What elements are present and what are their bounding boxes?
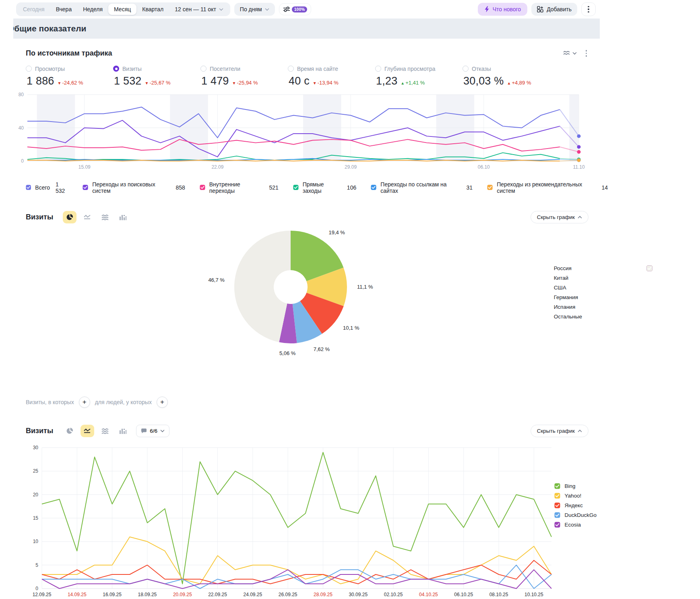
metric-value: 1 886 bbox=[27, 75, 54, 87]
legend-item[interactable]: Прямые заходы106 bbox=[293, 181, 356, 194]
metric-time-on-site[interactable]: Время на сайте 40 с▼-13,94 % bbox=[288, 66, 375, 87]
chart-type-pie-button[interactable] bbox=[63, 211, 76, 223]
visits-donut-svg: 19,4 %11,1 %10,1 %7,62 %5,06 %46,7 % bbox=[93, 226, 495, 367]
legend-item[interactable]: Переходы из рекомендательных систем14 bbox=[487, 181, 608, 194]
svg-text:40: 40 bbox=[19, 125, 24, 130]
donut-legend: РоссияКитайСШАГерманияИспанияОстальные bbox=[554, 265, 582, 320]
legend-value: 106 bbox=[347, 184, 356, 191]
legend-item[interactable]: Переходы из поисковых систем858 bbox=[83, 181, 185, 194]
chart-type-line-button[interactable] bbox=[81, 211, 94, 223]
metric-visitors[interactable]: Посетители 1 479▼-25,94 % bbox=[200, 66, 288, 87]
metric-visits[interactable]: Визиты 1 532▼-25,67 % bbox=[113, 66, 200, 87]
legend-item[interactable]: Ecosia bbox=[554, 522, 597, 528]
legend-label: Ecosia bbox=[564, 522, 581, 528]
checkbox-icon[interactable] bbox=[26, 184, 31, 190]
chart-type-line-button[interactable] bbox=[81, 425, 94, 437]
add-button[interactable]: Добавить bbox=[531, 3, 577, 16]
trend-arrow-icon: ▼ bbox=[145, 81, 149, 85]
metric-depth[interactable]: Глубина просмотра 1,23▲+1,41 % bbox=[375, 66, 463, 87]
legend-item[interactable]: Переходы по ссылкам на сайтах31 bbox=[371, 181, 473, 194]
svg-text:22.09.25: 22.09.25 bbox=[208, 592, 227, 597]
radio-icon[interactable] bbox=[200, 66, 206, 72]
page-title-band: Общие показатели bbox=[13, 19, 600, 39]
chart-type-area-button[interactable] bbox=[98, 425, 112, 437]
sampling-settings-button[interactable]: 100% bbox=[279, 3, 312, 15]
metric-bounces[interactable]: Отказы 30,03 %▲+4,89 % bbox=[463, 66, 550, 87]
radio-icon[interactable] bbox=[463, 66, 469, 72]
legend-value: 31 bbox=[467, 184, 473, 191]
svg-text:22.09: 22.09 bbox=[211, 164, 223, 170]
checkbox-icon[interactable] bbox=[554, 502, 560, 508]
metric-change: -13,94 % bbox=[318, 80, 339, 86]
svg-text:15.09: 15.09 bbox=[78, 164, 91, 170]
annotations-dropdown[interactable]: 6/6 bbox=[136, 425, 169, 437]
hide-chart-button[interactable]: Скрыть график bbox=[531, 211, 588, 223]
traffic-kebab-menu[interactable] bbox=[584, 48, 589, 58]
checkbox-icon[interactable] bbox=[200, 184, 205, 190]
legend-label: Внутренние переходы bbox=[209, 181, 264, 194]
legend-item[interactable]: Россия bbox=[554, 265, 582, 271]
chart-type-columns-button[interactable] bbox=[116, 425, 130, 437]
legend-item[interactable]: Yahoo! bbox=[554, 493, 597, 499]
legend-item[interactable]: Германия bbox=[554, 294, 582, 300]
visits-pie-title: Визиты bbox=[26, 213, 53, 221]
checkbox-icon[interactable] bbox=[554, 522, 560, 528]
chart-type-pie-button[interactable] bbox=[63, 425, 76, 437]
grid-plus-icon bbox=[537, 6, 543, 12]
legend-item[interactable]: Китай bbox=[554, 275, 582, 281]
checkbox-icon[interactable] bbox=[554, 493, 560, 499]
metric-change: +4,89 % bbox=[512, 80, 531, 86]
granularity-selector[interactable]: По дням bbox=[234, 3, 275, 16]
legend-item[interactable]: Остальные bbox=[554, 314, 582, 320]
hide-chart-label: Скрыть график bbox=[537, 428, 575, 434]
checkbox-icon[interactable] bbox=[371, 184, 376, 190]
legend-label: США bbox=[554, 285, 566, 291]
add-people-condition-button[interactable]: + bbox=[157, 397, 168, 408]
hide-chart-button[interactable]: Скрыть график bbox=[531, 425, 588, 437]
checkbox-icon[interactable] bbox=[554, 483, 560, 489]
checkbox-icon[interactable] bbox=[554, 512, 560, 518]
radio-icon[interactable] bbox=[375, 66, 381, 72]
legend-label: Остальные bbox=[554, 314, 582, 320]
radio-icon[interactable] bbox=[26, 66, 32, 72]
legend-item[interactable]: Яндекс bbox=[554, 502, 597, 508]
chart-settings-button[interactable] bbox=[562, 49, 578, 57]
tab-today[interactable]: Сегодня bbox=[17, 4, 50, 15]
tab-week[interactable]: Неделя bbox=[77, 4, 108, 15]
svg-text:16.09.25: 16.09.25 bbox=[103, 592, 122, 597]
tab-quarter[interactable]: Квартал bbox=[136, 4, 169, 15]
chevron-down-icon bbox=[219, 8, 223, 11]
add-label: Добавить bbox=[547, 6, 572, 12]
trend-arrow-icon: ▲ bbox=[401, 81, 405, 85]
svg-text:80: 80 bbox=[19, 92, 24, 97]
svg-text:30.09.25: 30.09.25 bbox=[349, 592, 368, 597]
checkbox-icon[interactable] bbox=[83, 184, 88, 190]
checkbox-icon[interactable] bbox=[293, 184, 299, 190]
metric-views[interactable]: Просмотры 1 886▼-24,62 % bbox=[26, 66, 113, 87]
legend-item[interactable]: Bing bbox=[554, 483, 597, 489]
legend-item[interactable]: Внутренние переходы521 bbox=[200, 181, 279, 194]
svg-text:15: 15 bbox=[33, 515, 39, 521]
sampling-badge: 100% bbox=[292, 6, 308, 12]
trend-arrow-icon: ▼ bbox=[313, 81, 317, 85]
legend-item[interactable]: Испания bbox=[554, 304, 582, 310]
checkbox-icon[interactable] bbox=[646, 265, 653, 271]
tab-yesterday[interactable]: Вчера bbox=[50, 4, 78, 15]
legend-item[interactable]: DuckDuckGo bbox=[554, 512, 597, 518]
tab-month[interactable]: Месяц bbox=[108, 4, 136, 15]
traffic-section-controls bbox=[562, 48, 589, 58]
plus-icon: + bbox=[83, 399, 87, 405]
legend-item[interactable]: Всего1 532 bbox=[26, 181, 68, 194]
date-range-selector[interactable]: 12 сен — 11 окт bbox=[169, 4, 229, 15]
radio-icon[interactable] bbox=[288, 66, 294, 72]
radio-icon-selected[interactable] bbox=[113, 66, 119, 72]
whats-new-button[interactable]: Что нового bbox=[478, 3, 527, 16]
chart-type-area-button[interactable] bbox=[98, 211, 112, 223]
add-visit-condition-button[interactable]: + bbox=[79, 397, 90, 408]
chart-type-columns-button[interactable] bbox=[116, 211, 130, 223]
toolbar-kebab-menu[interactable] bbox=[581, 2, 596, 16]
legend-label: Всего bbox=[35, 184, 50, 191]
speech-bubble-icon bbox=[141, 428, 147, 434]
checkbox-icon[interactable] bbox=[487, 184, 493, 190]
legend-item[interactable]: США bbox=[554, 285, 582, 291]
